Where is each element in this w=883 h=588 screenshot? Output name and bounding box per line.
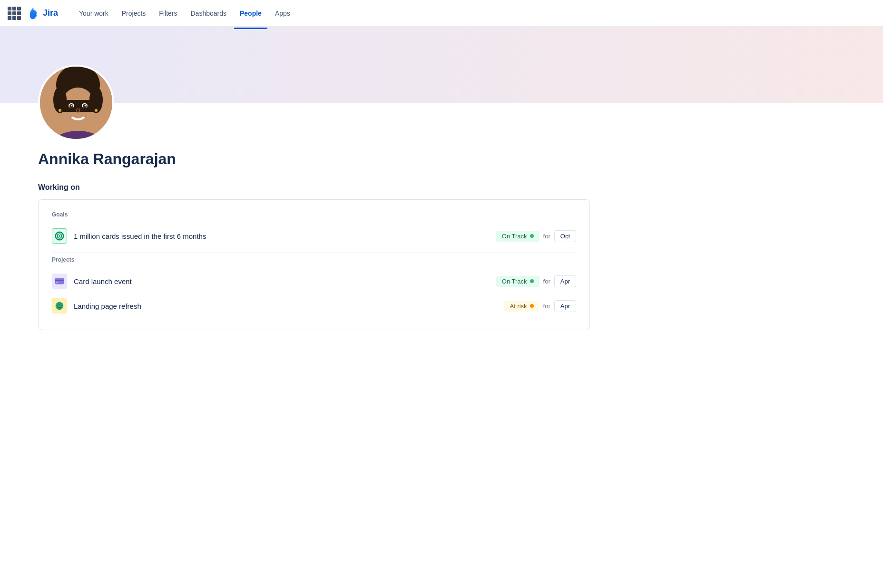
project-status-badge-0: On Track <box>496 276 540 287</box>
logo-link[interactable]: Jira <box>27 7 58 20</box>
project-icon-0 <box>52 274 67 289</box>
svg-point-14 <box>59 109 61 112</box>
svg-point-18 <box>59 235 60 237</box>
profile-name: Annika Rangarajan <box>38 150 845 168</box>
project-item-left-0: Card launch event <box>52 274 132 289</box>
navbar: Jira Your work Projects Filters Dashboar… <box>0 0 883 27</box>
avatar <box>38 65 114 141</box>
project-for-text-1: for <box>543 303 550 310</box>
project-label-0: Card launch event <box>74 277 132 285</box>
svg-point-12 <box>71 105 73 107</box>
project-item-1: Landing page refresh At risk for Apr <box>52 294 576 318</box>
project-status-dot-1 <box>530 304 534 308</box>
nav-dashboards[interactable]: Dashboards <box>185 6 232 21</box>
profile-name-area: Annika Rangarajan <box>38 103 845 168</box>
project-status-text-1: At risk <box>510 303 527 310</box>
project-item-right-1: At risk for Apr <box>504 300 576 312</box>
goal-for-text-0: for <box>543 233 550 240</box>
hero-banner <box>0 27 883 103</box>
svg-rect-7 <box>57 100 99 112</box>
project-item-0: Card launch event On Track for Apr <box>52 269 576 294</box>
goals-label: Goals <box>52 211 576 218</box>
project-status-badge-1: At risk <box>504 301 539 312</box>
project-month-1: Apr <box>554 300 576 312</box>
projects-group: Projects Card launch event On Tr <box>52 256 576 318</box>
project-item-right-0: On Track for Apr <box>496 275 576 287</box>
nav-people[interactable]: People <box>234 6 267 21</box>
apps-grid-icon[interactable] <box>8 7 21 20</box>
nav-your-work[interactable]: Your work <box>73 6 114 21</box>
divider <box>52 252 576 253</box>
goals-group: Goals 1 million cards issued in the firs… <box>52 211 576 248</box>
goal-item-right: On Track for Oct <box>496 230 576 242</box>
svg-point-13 <box>85 105 86 107</box>
working-on-title: Working on <box>38 183 845 192</box>
goal-status-text-0: On Track <box>502 233 527 240</box>
goal-status-dot-0 <box>530 234 534 238</box>
avatar-wrapper <box>38 65 114 141</box>
goal-status-badge-0: On Track <box>496 231 540 242</box>
svg-point-15 <box>95 109 98 112</box>
project-item-left-1: Landing page refresh <box>52 298 141 314</box>
projects-label: Projects <box>52 256 576 263</box>
nav-apps[interactable]: Apps <box>269 6 296 21</box>
svg-rect-21 <box>56 282 59 283</box>
goal-item-left: 1 million cards issued in the first 6 mo… <box>52 228 206 244</box>
profile-section: Annika Rangarajan <box>0 103 883 168</box>
working-on-section: Working on Goals 1 million cards issued … <box>0 183 883 353</box>
goal-item-0: 1 million cards issued in the first 6 mo… <box>52 224 576 248</box>
goal-label-0: 1 million cards issued in the first 6 mo… <box>74 232 206 240</box>
nav-links: Your work Projects Filters Dashboards Pe… <box>73 6 875 21</box>
project-for-text-0: for <box>543 278 550 285</box>
working-on-card: Goals 1 million cards issued in the firs… <box>38 199 590 330</box>
project-month-0: Apr <box>554 275 576 287</box>
goal-month-0: Oct <box>554 230 576 242</box>
logo-text: Jira <box>43 8 58 18</box>
svg-rect-20 <box>55 280 64 281</box>
nav-filters[interactable]: Filters <box>153 6 183 21</box>
goal-icon <box>52 228 67 244</box>
project-status-dot-0 <box>530 279 534 283</box>
nav-projects[interactable]: Projects <box>116 6 152 21</box>
project-icon-1 <box>52 298 67 314</box>
project-label-1: Landing page refresh <box>74 302 141 310</box>
project-status-text-0: On Track <box>502 278 527 285</box>
